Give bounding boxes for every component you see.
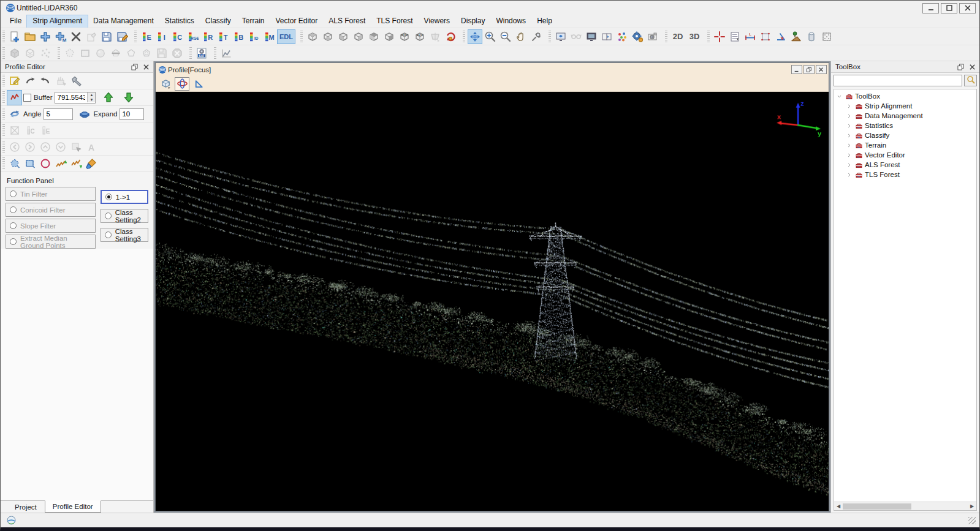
measure-length-button[interactable]: L <box>743 29 758 44</box>
nav-up-button[interactable] <box>37 140 53 155</box>
add-data-button[interactable] <box>7 29 22 44</box>
select-polygon-button[interactable] <box>63 46 77 61</box>
mode-class-setting3[interactable]: Class Setting3 <box>101 228 148 242</box>
view-back-button[interactable]: BACK <box>412 29 427 44</box>
export-data-button[interactable] <box>84 29 99 44</box>
select-rect-blue-button[interactable] <box>22 156 37 171</box>
buffer-spin-up-icon[interactable]: ▲ <box>88 92 95 97</box>
menu-data-management[interactable]: Data Management <box>88 15 159 28</box>
show-wire-hexahedron-button[interactable] <box>23 46 37 61</box>
rotate-profile-button[interactable] <box>7 107 22 122</box>
view-right-button[interactable] <box>351 29 366 44</box>
full-screen-button[interactable] <box>584 29 599 44</box>
select-sphere-button[interactable] <box>93 46 108 61</box>
select-slice-button[interactable] <box>108 46 123 61</box>
view-iso-front-button[interactable] <box>367 29 381 44</box>
filter-conicoid-filter[interactable]: Conicoid Filter <box>6 203 96 217</box>
camera-capture-button[interactable] <box>645 29 660 44</box>
close-button[interactable] <box>959 3 976 13</box>
box-clip-button[interactable] <box>7 123 22 138</box>
display-by-time-button[interactable]: T <box>216 29 230 44</box>
chevron-right-icon[interactable] <box>845 151 853 159</box>
expand-input[interactable] <box>120 108 144 120</box>
display-by-elevation-button[interactable]: E <box>139 29 154 44</box>
toolbox-close-button[interactable] <box>968 62 977 71</box>
stereo-glasses-button[interactable] <box>569 29 583 44</box>
plot-chart-button[interactable] <box>219 46 234 61</box>
filter-slope-filter[interactable]: Slope Filter <box>6 219 96 233</box>
scroll-left-arrow[interactable]: ◀ <box>834 503 843 510</box>
select-circle-red-button[interactable] <box>37 156 53 171</box>
menu-tls-forest[interactable]: TLS Forest <box>371 15 418 28</box>
chevron-down-icon[interactable] <box>835 92 843 100</box>
tree-item-vector-editor[interactable]: Vector Editor <box>835 150 976 160</box>
buffer-input[interactable] <box>55 94 87 101</box>
undo-step-button[interactable] <box>37 73 53 89</box>
measure-angle-button[interactable]: a <box>773 29 788 44</box>
menu-terrain[interactable]: Terrain <box>237 15 270 28</box>
float-panel-button[interactable] <box>130 62 139 71</box>
scrollbar-thumb[interactable] <box>843 503 911 510</box>
angle-input[interactable] <box>44 108 73 120</box>
cube-view-button[interactable] <box>158 77 173 91</box>
chevron-right-icon[interactable] <box>845 171 853 179</box>
point-cloud-view[interactable] <box>156 92 829 511</box>
remove-data-button[interactable] <box>69 29 83 44</box>
menu-display[interactable]: Display <box>455 15 490 28</box>
tree-item-als-forest[interactable]: ALS Forest <box>835 160 976 170</box>
toolbox-search-input[interactable] <box>834 75 962 86</box>
expand-slice-button[interactable] <box>77 107 92 122</box>
display-by-return-button[interactable]: R <box>200 29 215 44</box>
class-down-button[interactable] <box>68 156 83 171</box>
menu-classify[interactable]: Classify <box>200 15 237 28</box>
measure-grid-button[interactable] <box>819 29 834 44</box>
menu-help[interactable]: Help <box>531 15 558 28</box>
view-left-button[interactable] <box>336 29 351 44</box>
chevron-right-icon[interactable] <box>845 132 853 140</box>
view-front-button[interactable]: FRONT <box>397 29 412 44</box>
resize-grip[interactable] <box>968 517 976 524</box>
menu-windows[interactable]: Windows <box>490 15 531 28</box>
select-polygon-blue-button[interactable] <box>7 156 22 171</box>
display-by-id-button[interactable]: ID <box>246 29 261 44</box>
dual-view-button[interactable] <box>599 29 614 44</box>
fix-tool-button[interactable] <box>68 73 83 89</box>
colorbar-elevation-button[interactable]: E <box>37 123 53 138</box>
profile-mode-button[interactable] <box>7 90 22 105</box>
display-by-rgb-button[interactable]: RGB <box>185 29 200 44</box>
tab-profile-editor[interactable]: Profile Editor <box>45 500 101 513</box>
view-bottom-button[interactable] <box>321 29 335 44</box>
class-up-button[interactable] <box>53 156 68 171</box>
edl-button[interactable]: EDL <box>277 29 295 44</box>
buffer-spin-down-icon[interactable]: ▼ <box>88 97 95 102</box>
open-file-button[interactable] <box>23 29 37 44</box>
display-by-class-button[interactable]: C <box>170 29 184 44</box>
nav-right-button[interactable] <box>22 140 37 155</box>
triangle-tool-button[interactable] <box>191 77 206 91</box>
mode-1-1[interactable]: 1->1 <box>101 190 148 204</box>
full-extent-button[interactable] <box>468 29 482 44</box>
chevron-right-icon[interactable] <box>845 112 853 120</box>
select-ring-button[interactable] <box>139 46 154 61</box>
capture-screen-button[interactable] <box>553 29 568 44</box>
display-by-mix-button[interactable]: M <box>262 29 276 44</box>
nav-down-button[interactable] <box>53 140 68 155</box>
tree-item-toolbox[interactable]: ToolBox <box>835 91 976 101</box>
append-data-button[interactable] <box>38 29 53 44</box>
prev-slice-up-button[interactable] <box>101 90 116 105</box>
show-scatter-button[interactable] <box>38 46 53 61</box>
tree-item-terrain[interactable]: Terrain <box>835 140 976 150</box>
measure-area-button[interactable] <box>758 29 773 44</box>
sat-view-button[interactable]: SAT <box>194 46 209 61</box>
tab-project[interactable]: Project <box>7 501 45 513</box>
redo-step-button[interactable] <box>22 73 37 89</box>
menu-viewers[interactable]: Viewers <box>419 15 455 28</box>
pick-pin-button[interactable] <box>529 29 544 44</box>
tree-item-strip-alignment[interactable]: Strip Alignment <box>835 101 976 111</box>
zoom-in-button[interactable] <box>483 29 498 44</box>
tree-item-statistics[interactable]: Statistics <box>835 121 976 130</box>
display-settings-button[interactable] <box>630 29 645 44</box>
orbit-tool-button[interactable] <box>175 77 189 91</box>
view-iso-back-button[interactable] <box>382 29 397 44</box>
display-by-intensity-button[interactable]: I <box>154 29 169 44</box>
